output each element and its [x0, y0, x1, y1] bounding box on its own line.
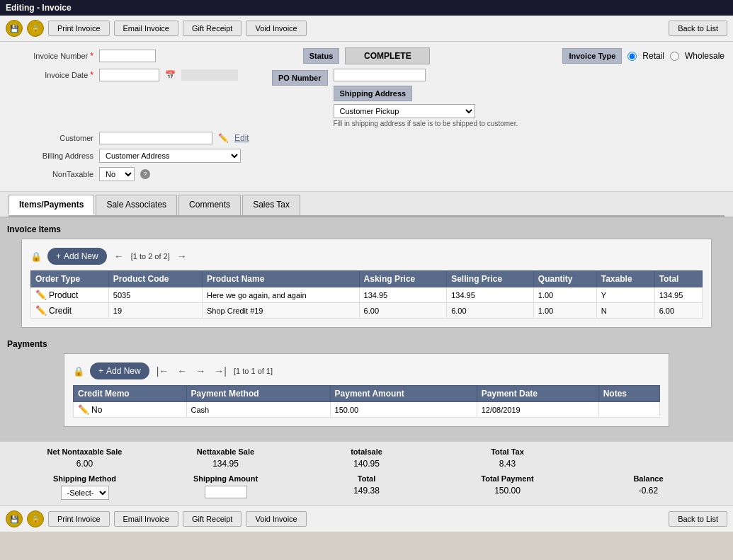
- bottom-email-invoice-button[interactable]: Email Invoice: [114, 511, 178, 527]
- payments-plus-icon: +: [98, 366, 103, 376]
- tab-sale-associates[interactable]: Sale Associates: [96, 195, 177, 215]
- bottom-save-icon[interactable]: 💾: [6, 510, 23, 527]
- customer-edit-label[interactable]: Edit: [234, 133, 249, 143]
- tab-comments[interactable]: Comments: [178, 195, 241, 215]
- print-invoice-button[interactable]: Print Invoice: [48, 21, 110, 36]
- bottom-info-icon[interactable]: 🔒: [27, 510, 44, 527]
- save-icon[interactable]: 💾: [6, 20, 23, 37]
- bottom-void-invoice-button[interactable]: Void Invoice: [246, 511, 306, 527]
- po-number-label: PO Number: [272, 70, 328, 86]
- nontaxable-select[interactable]: No Yes: [99, 167, 135, 181]
- tab-sales-tax[interactable]: Sales Tax: [242, 195, 300, 215]
- invoice-type-section: Retail Wholesale: [627, 51, 725, 61]
- shipping-amount-input[interactable]: 0.00: [205, 486, 247, 498]
- payments-table-toolbar: 🔒 + Add New |← ← → →| [1 to 1 of 1]: [73, 362, 660, 379]
- col-taxable: Taxable: [596, 271, 654, 287]
- total-value: 149.38: [296, 486, 437, 500]
- items-table-body: ✏️ Product 5035 Here we go again, and ag…: [31, 287, 703, 319]
- col-order-type: Order Type: [31, 271, 109, 287]
- gift-receipt-button[interactable]: Gift Receipt: [183, 21, 242, 36]
- billing-address-select[interactable]: Customer Address: [99, 149, 241, 163]
- info-icon[interactable]: 🔒: [27, 20, 44, 37]
- back-to-list-button[interactable]: Back to List: [669, 21, 727, 36]
- plus-icon: +: [56, 251, 61, 261]
- invoice-type-label: Invoice Type: [562, 48, 622, 64]
- tab-items-payments[interactable]: Items/Payments: [8, 195, 94, 215]
- totalsale-label: totalsale: [296, 447, 437, 456]
- wholesale-label: Wholesale: [685, 51, 725, 61]
- nettaxable-value: 134.95: [155, 459, 296, 469]
- customer-edit-icon[interactable]: ✏️: [218, 133, 229, 143]
- top-toolbar: 💾 🔒 Print Invoice Email Invoice Gift Rec…: [0, 16, 733, 42]
- shipping-method-label: Shipping Method: [14, 474, 155, 483]
- net-nontaxable-value: 6.00: [14, 459, 155, 469]
- invoice-number-row: Invoice Number * 2067 Status COMPLETE In…: [8, 47, 725, 64]
- items-lock-icon: 🔒: [30, 251, 42, 262]
- email-invoice-button[interactable]: Email Invoice: [114, 21, 178, 36]
- summary-area: Net Nontaxable Sale Nettaxable Sale tota…: [0, 441, 733, 505]
- payments-table: Credit Memo Payment Method Payment Amoun…: [73, 385, 660, 418]
- payments-last-button[interactable]: →|: [212, 365, 228, 377]
- calendar-icon[interactable]: 📅: [165, 70, 176, 80]
- items-table: Order Type Product Code Product Name Ask…: [30, 270, 703, 319]
- col-total: Total: [654, 271, 702, 287]
- bottom-print-invoice-button[interactable]: Print Invoice: [48, 511, 110, 527]
- nettaxable-label: Nettaxable Sale: [155, 447, 296, 456]
- items-add-new-button[interactable]: + Add New: [47, 248, 107, 265]
- items-prev-button[interactable]: ←: [113, 251, 125, 262]
- payments-add-new-button[interactable]: + Add New: [90, 362, 149, 379]
- total-tax-value: 8.43: [437, 459, 578, 469]
- invoice-number-label: Invoice Number *: [8, 51, 93, 61]
- payments-header-row: Credit Memo Payment Method Payment Amoun…: [74, 386, 660, 402]
- totalsale-value: 140.95: [296, 459, 437, 469]
- payments-title: Payments: [7, 339, 726, 349]
- shipping-method-value[interactable]: -Select-: [14, 486, 155, 500]
- tabs-container: Items/Payments Sale Associates Comments …: [0, 192, 733, 217]
- col-payment-method: Payment Method: [186, 386, 330, 402]
- invoice-date-format[interactable]: mm/dd/yyyy: [181, 69, 238, 81]
- payments-table-body: ✏️ No Cash 150.00 12/08/2019: [74, 402, 660, 418]
- title-text: Editing - Invoice: [6, 3, 72, 13]
- tabs: Items/Payments Sale Associates Comments …: [8, 195, 725, 217]
- col-credit-memo: Credit Memo: [74, 386, 187, 402]
- bottom-gift-receipt-button[interactable]: Gift Receipt: [183, 511, 242, 527]
- shipping-method-select[interactable]: -Select-: [61, 486, 109, 500]
- balance-label: Balance: [578, 474, 719, 483]
- void-invoice-button[interactable]: Void Invoice: [246, 21, 306, 36]
- status-label: Status: [303, 48, 340, 64]
- payments-section: Payments 🔒 + Add New |← ← → →| [1 to 1 o…: [7, 339, 726, 427]
- col-payment-date: Payment Date: [477, 386, 598, 402]
- total-payment-value: 150.00: [437, 486, 578, 500]
- nontaxable-help-icon[interactable]: ?: [140, 169, 150, 179]
- payments-pagination: [1 to 1 of 1]: [234, 367, 273, 375]
- items-next-button[interactable]: →: [176, 251, 188, 262]
- total-label: Total: [296, 474, 437, 483]
- wholesale-radio[interactable]: [670, 52, 679, 61]
- invoice-items-section: Invoice Items 🔒 + Add New ← [1 to 2 of 2…: [7, 224, 726, 328]
- net-nontaxable-label: Net Nontaxable Sale: [14, 447, 155, 456]
- bottom-toolbar: 💾 🔒 Print Invoice Email Invoice Gift Rec…: [0, 505, 733, 532]
- col-quantity: Quantity: [533, 271, 596, 287]
- billing-address-row: Billing Address Customer Address: [8, 149, 725, 163]
- col-product-name: Product Name: [202, 271, 359, 287]
- status-value: COMPLETE: [345, 47, 430, 64]
- retail-radio[interactable]: [627, 52, 637, 61]
- payments-prev-button[interactable]: ←: [176, 365, 188, 377]
- invoice-number-input[interactable]: 2067: [99, 50, 156, 62]
- customer-input[interactable]: Paul Van Geel: [99, 132, 212, 144]
- table-row: ✏️ No Cash 150.00 12/08/2019: [74, 402, 660, 418]
- payment-row1-edit-icon[interactable]: ✏️: [78, 404, 89, 415]
- payments-first-button[interactable]: |←: [155, 365, 171, 377]
- shipping-amount-value[interactable]: 0.00: [155, 486, 296, 500]
- po-number-input[interactable]: [334, 69, 426, 81]
- payments-next-button[interactable]: →: [194, 365, 207, 377]
- col-notes: Notes: [598, 386, 659, 402]
- bottom-back-to-list-button[interactable]: Back to List: [669, 511, 727, 527]
- row2-edit-icon[interactable]: ✏️: [35, 305, 47, 316]
- items-pagination: [1 to 2 of 2]: [131, 252, 170, 261]
- shipping-address-select[interactable]: Customer Pickup: [334, 104, 475, 118]
- invoice-date-input[interactable]: 12/08/2019: [99, 69, 159, 81]
- shipping-note: Fill in shipping address if sale is to b…: [334, 120, 518, 127]
- row1-edit-icon[interactable]: ✏️: [35, 290, 47, 300]
- nontaxable-label: NonTaxable: [8, 170, 93, 178]
